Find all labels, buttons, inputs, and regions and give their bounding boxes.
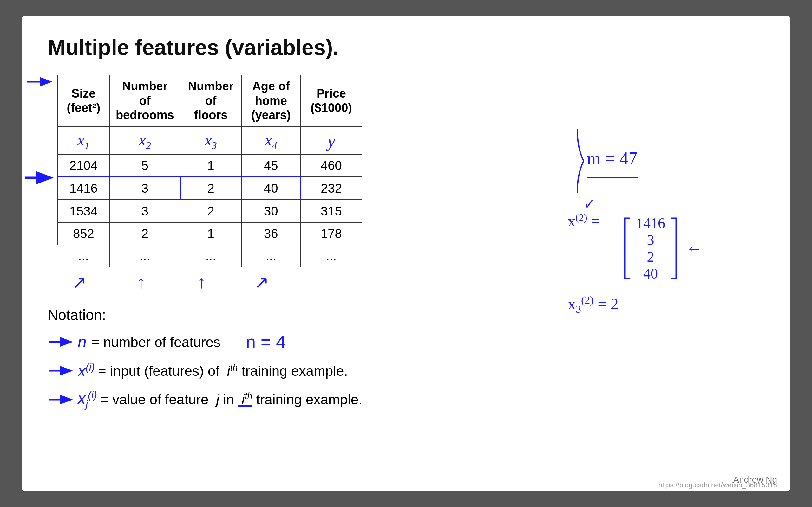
cell-highlighted: 1416 (58, 177, 110, 200)
m47-text: m = 47 (587, 148, 637, 169)
ith-symbol: ith (223, 362, 238, 380)
vec-val-3: 2 (647, 248, 654, 265)
cell: 45 (241, 154, 301, 177)
notation-arrow-xji (48, 393, 73, 406)
x2-label: x(2) = (568, 212, 600, 230)
col-header-size: Size (feet²) (58, 75, 110, 127)
x3-label: x3 (180, 127, 241, 154)
right-section: m = 47 ✓ x(2) = 1416 3 (568, 123, 764, 418)
cell-ellipsis: ... (58, 245, 110, 267)
ith2-symbol: ith (238, 390, 252, 408)
notation-section: Notation: n = number of features n (48, 306, 555, 411)
content-area: Size (feet²) Number ofbedrooms Number of… (48, 75, 764, 418)
cell: 852 (58, 222, 110, 245)
cell: 460 (301, 154, 362, 177)
highlighted-row: 1416 3 2 40 232 (58, 177, 362, 200)
cell: 2104 (58, 154, 110, 177)
slide: Multiple features (variables). (22, 16, 790, 491)
cell: 2 (180, 200, 241, 222)
cell-ellipsis: ... (241, 245, 301, 267)
cell: 1534 (58, 200, 110, 222)
cell: 2 (109, 222, 180, 245)
x4-label: x4 (241, 127, 301, 154)
table-row: 2104 5 1 45 460 (58, 154, 362, 177)
cell: 36 (241, 222, 301, 245)
table-header-row: Size (feet²) Number ofbedrooms Number of… (58, 75, 362, 127)
n4-annotation: n = 4 (246, 331, 286, 354)
vec-val-1: 1416 (636, 215, 665, 232)
vec-val-2: 3 (647, 232, 654, 248)
m47-underline (587, 177, 638, 178)
x-labels-row: x1 x2 x3 x4 y (58, 127, 362, 154)
x1-label: x1 (58, 127, 110, 154)
row-arrow-svg (24, 170, 54, 186)
notation-item-xi: x(i) = input (features) of ith training … (48, 360, 555, 382)
xji-description2: training example. (256, 390, 362, 408)
cell-highlighted: 3 (109, 177, 180, 200)
notation-title: Notation: (48, 306, 555, 324)
cell: 1 (180, 222, 241, 245)
notation-label: Notation: (48, 307, 106, 323)
cell-ellipsis: ... (109, 245, 180, 267)
notation-arrow-xi (48, 364, 73, 377)
x32-annotation: x3(2) = 2 (568, 294, 618, 315)
ellipsis-row: ... ... ... ... ... (58, 245, 362, 267)
n-symbol: n (78, 332, 87, 352)
vec-val-4: 40 (643, 265, 658, 282)
cell: 1 (180, 154, 241, 177)
cell: 315 (301, 200, 362, 222)
col-header-bedrooms: Number ofbedrooms (109, 75, 180, 127)
table-container: Size (feet²) Number ofbedrooms Number of… (48, 75, 362, 267)
left-section: Size (feet²) Number ofbedrooms Number of… (48, 75, 555, 418)
cell: 232 (301, 177, 362, 200)
j-symbol: j (212, 390, 219, 408)
cell: 30 (241, 200, 301, 222)
xji-in: in (223, 390, 234, 408)
x2-label: x2 (109, 127, 180, 154)
xji-description: = value of feature (100, 390, 208, 408)
csdn-url: https://blog.csdn.net/weixin_36815313 (658, 481, 777, 489)
col-header-floors: Number offloors (180, 75, 241, 127)
left-bracket-svg (618, 217, 631, 280)
left-arrow: ← (686, 239, 703, 258)
right-bracket-svg (670, 217, 682, 280)
xi-description: = input (features) of (98, 362, 219, 380)
table-row: 1534 3 2 30 315 (58, 200, 362, 222)
m47-annotation: m = 47 (568, 123, 663, 204)
checkmark: ✓ (583, 196, 595, 212)
vector-values: 1416 3 2 40 (631, 212, 670, 285)
cell-highlighted: 2 (180, 177, 241, 200)
cell: 5 (109, 154, 180, 177)
xi-description2: training example. (242, 362, 348, 380)
page-title: Multiple features (variables). (48, 35, 764, 60)
cell: 3 (109, 200, 180, 222)
notation-item-xji: xj(i) = value of feature j in ith traini… (48, 388, 555, 411)
xji-symbol: xj(i) (78, 388, 97, 411)
size-arrow-svg (26, 72, 54, 91)
xi-symbol: x(i) (78, 360, 95, 382)
col-header-price: Price ($1000) (301, 75, 362, 127)
x2-vector-section: ✓ x(2) = 1416 3 2 40 (568, 212, 600, 230)
col-arrows: ↗ ↑ ↑ ↗ (48, 272, 352, 292)
notation-arrow-n (48, 336, 73, 348)
vector-matrix: 1416 3 2 40 ← (618, 212, 703, 285)
cell: 178 (301, 222, 362, 245)
cell-highlighted: 40 (241, 177, 301, 200)
data-table: Size (feet²) Number ofbedrooms Number of… (57, 75, 362, 267)
table-row: 852 2 1 36 178 (58, 222, 362, 245)
cell-ellipsis: ... (301, 245, 362, 267)
col-header-age: Age of home(years) (241, 75, 301, 127)
cell-ellipsis: ... (180, 245, 241, 267)
n-description: = number of features (91, 333, 220, 351)
notation-item-n: n = number of features n = 4 (48, 331, 555, 354)
y-label-cell: y (301, 127, 362, 154)
